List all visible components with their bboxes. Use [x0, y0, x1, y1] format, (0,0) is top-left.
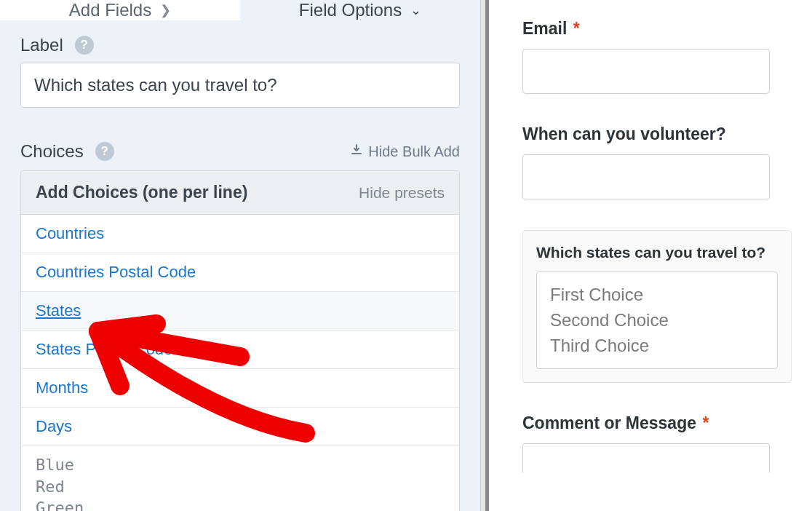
choice-line: Green — [36, 497, 445, 511]
hide-presets-link[interactable]: Hide presets — [359, 184, 445, 202]
help-icon[interactable]: ? — [95, 142, 114, 161]
panel-divider[interactable] — [480, 0, 489, 511]
preset-states[interactable]: States — [21, 292, 459, 330]
label-text: Comment or Message — [522, 413, 696, 432]
chevron-down-icon: ⌄ — [410, 2, 421, 18]
states-field-wrapper[interactable]: Which states can you travel to? First Ch… — [522, 230, 792, 383]
select-option[interactable]: Third Choice — [550, 333, 764, 359]
label-text: Label — [20, 35, 63, 55]
select-option[interactable]: Second Choice — [550, 308, 764, 333]
comment-textarea[interactable] — [522, 443, 770, 472]
required-asterisk: * — [702, 413, 709, 432]
chevron-right-icon: ❯ — [160, 2, 171, 18]
hide-bulk-label: Hide Bulk Add — [368, 143, 460, 160]
email-label: Email * — [522, 19, 812, 39]
label-text: Email — [522, 19, 567, 38]
tab-label: Field Options — [299, 0, 402, 20]
tab-field-options[interactable]: Field Options ⌄ — [240, 0, 480, 20]
comment-label: Comment or Message * — [522, 413, 812, 433]
tab-add-fields[interactable]: Add Fields ❯ — [0, 0, 240, 20]
volunteer-input[interactable] — [522, 154, 770, 199]
choices-title: Choices — [20, 141, 84, 162]
select-option[interactable]: First Choice — [550, 282, 764, 308]
required-asterisk: * — [573, 19, 580, 38]
download-icon — [351, 144, 362, 159]
hide-bulk-add-link[interactable]: Hide Bulk Add — [351, 143, 460, 160]
form-preview-panel: Email * When can you volunteer? Which st… — [489, 0, 812, 511]
volunteer-label: When can you volunteer? — [522, 124, 812, 144]
choices-heading: Choices ? — [20, 141, 114, 162]
field-options-panel: Add Fields ❯ Field Options ⌄ Label ? — [0, 0, 480, 511]
preset-days[interactable]: Days — [21, 408, 459, 446]
add-choices-title: Add Choices (one per line) — [36, 183, 247, 202]
preset-countries-postal[interactable]: Countries Postal Code — [21, 253, 459, 292]
states-field-label: Which states can you travel to? — [536, 244, 778, 261]
choices-textarea[interactable]: Blue Red Green — [21, 446, 459, 511]
choices-box: Add Choices (one per line) Hide presets … — [20, 170, 460, 511]
email-input[interactable] — [522, 49, 770, 94]
label-heading: Label ? — [20, 35, 460, 55]
choice-line: Red — [36, 476, 445, 498]
states-multiselect[interactable]: First Choice Second Choice Third Choice — [536, 272, 778, 369]
tab-label: Add Fields — [69, 0, 151, 20]
choice-line: Blue — [36, 454, 445, 476]
label-input[interactable] — [20, 63, 460, 108]
label-text: When can you volunteer? — [522, 124, 726, 143]
preset-months[interactable]: Months — [21, 369, 459, 408]
panel-tabs: Add Fields ❯ Field Options ⌄ — [0, 0, 480, 20]
preset-states-postal[interactable]: States Postal Code — [21, 330, 459, 369]
preset-countries[interactable]: Countries — [21, 215, 459, 253]
help-icon[interactable]: ? — [75, 36, 94, 55]
